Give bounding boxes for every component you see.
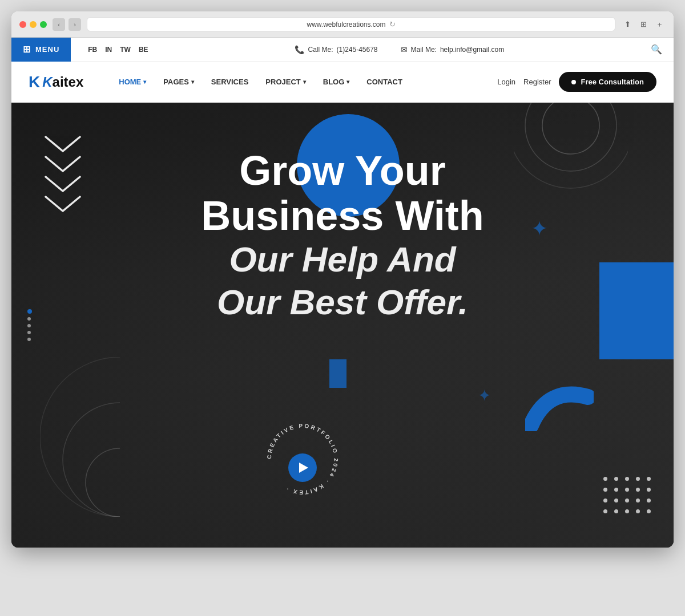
chevron-down-icon: ▾ xyxy=(191,79,194,85)
phone-number: (1)245-45678 xyxy=(336,46,377,54)
nav-project[interactable]: PROJECT ▾ xyxy=(259,73,312,91)
chevron-down-icon: ▾ xyxy=(346,79,349,85)
hero-title-line1: Grow Your xyxy=(143,148,542,193)
reload-icon: ↻ xyxy=(389,20,396,29)
cta-label: Free Consultation xyxy=(581,78,644,86)
forward-button[interactable]: › xyxy=(68,18,81,31)
add-tab-icon[interactable]: ⊞ xyxy=(637,18,650,31)
nav-services[interactable]: SERVICES xyxy=(204,73,256,91)
free-consultation-button[interactable]: Free Consultation xyxy=(559,72,656,92)
social-links: FB IN TW BE xyxy=(88,46,148,54)
address-bar[interactable]: www.webfulcreations.com ↻ xyxy=(87,17,615,31)
share-icon[interactable]: ⬆ xyxy=(621,18,634,31)
browser-nav: ‹ › xyxy=(53,18,81,31)
slide-dot-2[interactable] xyxy=(27,317,31,321)
url-text: www.webfulcreations.com xyxy=(307,21,385,29)
search-icon[interactable]: 🔍 xyxy=(651,44,662,55)
phone-contact: 📞 Call Me: (1)245-45678 xyxy=(295,45,377,54)
play-icon xyxy=(299,463,308,473)
nav-blog[interactable]: BLOG ▾ xyxy=(316,73,357,91)
mail-address: help.info@gmail.com xyxy=(440,46,504,54)
window-controls xyxy=(19,21,47,28)
close-window-button[interactable] xyxy=(19,21,26,28)
browser-window: ‹ › www.webfulcreations.com ↻ ⬆ ⊞ ＋ ⊞ ME… xyxy=(11,11,674,548)
main-navbar: K Kaitex HOME ▾ PAGES ▾ SERVICES PROJECT… xyxy=(11,62,674,103)
browser-chrome: ‹ › www.webfulcreations.com ↻ ⬆ ⊞ ＋ xyxy=(11,11,674,38)
nav-contact[interactable]: CONTACT xyxy=(360,73,409,91)
chevron-arrows-decoration xyxy=(34,131,91,225)
slide-dot-5[interactable] xyxy=(27,338,31,341)
hero-section: ✦ ✦ CREATIVE PORTFOLIO 2024 · KAITEX · xyxy=(11,103,674,548)
utility-contact: 📞 Call Me: (1)245-45678 ✉ Mail Me: help.… xyxy=(148,45,651,54)
slide-dot-1[interactable] xyxy=(27,309,32,314)
phone-icon: 📞 xyxy=(295,45,304,54)
new-tab-icon[interactable]: ＋ xyxy=(653,18,666,31)
cta-dot-icon xyxy=(571,80,576,84)
nav-pages[interactable]: PAGES ▾ xyxy=(156,73,201,91)
logo[interactable]: K Kaitex xyxy=(29,73,83,91)
chevron-down-icon: ▾ xyxy=(143,79,146,85)
concentric-arcs-decoration xyxy=(40,357,200,519)
call-label: Call Me: xyxy=(308,46,333,54)
slide-dot-4[interactable] xyxy=(27,331,31,334)
menu-button[interactable]: ⊞ MENU xyxy=(11,38,71,62)
mail-label: Mail Me: xyxy=(411,46,437,54)
blue-rectangle-decoration xyxy=(599,262,674,359)
utility-bar: ⊞ MENU FB IN TW BE 📞 Call Me: (1)245-456… xyxy=(11,38,674,62)
dot-grid-decoration xyxy=(603,477,651,513)
small-blue-rect xyxy=(329,359,346,388)
hero-title-line2: Business With xyxy=(143,193,542,238)
browser-actions: ⬆ ⊞ ＋ xyxy=(621,18,666,31)
menu-label: MENU xyxy=(35,45,59,54)
slide-dot-3[interactable] xyxy=(27,324,31,327)
logo-text: Kaitex xyxy=(42,74,83,90)
instagram-link[interactable]: IN xyxy=(105,46,112,54)
register-link[interactable]: Register xyxy=(523,78,551,86)
svg-point-0 xyxy=(542,103,599,154)
maximize-window-button[interactable] xyxy=(40,21,47,28)
main-nav: HOME ▾ PAGES ▾ SERVICES PROJECT ▾ BLOG ▾… xyxy=(112,73,497,91)
menu-grid-icon: ⊞ xyxy=(23,44,31,55)
login-link[interactable]: Login xyxy=(497,78,515,86)
twitter-link[interactable]: TW xyxy=(120,46,131,54)
behance-link[interactable]: BE xyxy=(139,46,148,54)
facebook-link[interactable]: FB xyxy=(88,46,97,54)
back-button[interactable]: ‹ xyxy=(53,18,65,31)
blue-swoosh-decoration xyxy=(525,380,594,433)
hero-title-italic1: Our Help And xyxy=(143,238,542,281)
play-button[interactable] xyxy=(288,453,317,482)
hero-title-italic2: Our Best Offer. xyxy=(143,281,542,323)
minimize-window-button[interactable] xyxy=(30,21,37,28)
email-contact: ✉ Mail Me: help.info@gmail.com xyxy=(401,45,505,54)
logo-icon: K xyxy=(29,73,40,91)
star-small-decoration: ✦ xyxy=(478,386,491,405)
mail-icon: ✉ xyxy=(401,45,408,54)
nav-auth: Login Register Free Consultation xyxy=(497,72,656,92)
chevron-down-icon: ▾ xyxy=(303,79,306,85)
nav-home[interactable]: HOME ▾ xyxy=(112,73,153,91)
hero-content: Grow Your Business With Our Help And Our… xyxy=(143,148,542,323)
slide-indicators xyxy=(27,309,32,341)
